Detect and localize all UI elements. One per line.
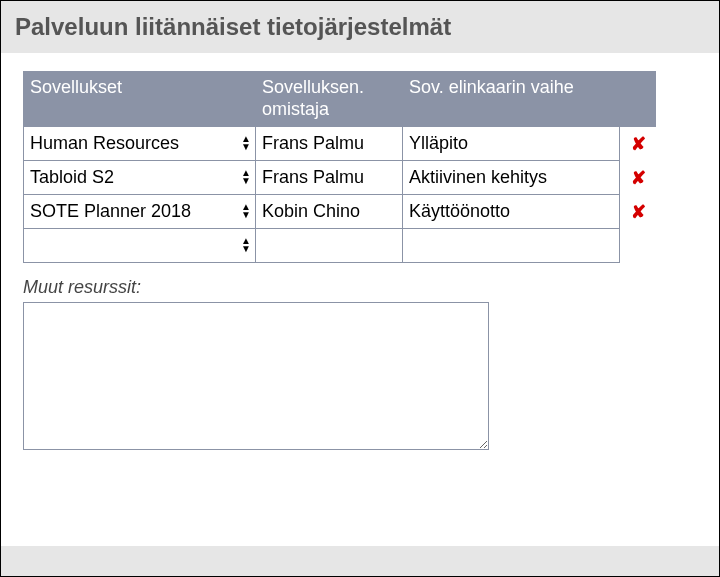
- window-frame: Palveluun liitännäiset tietojärjestelmät…: [0, 0, 720, 577]
- phase-cell-row-2: Käyttöönotto: [403, 195, 620, 229]
- content-area: Sovellukset Sovelluksen. omistaja Sov. e…: [1, 53, 719, 454]
- phase-cell-row-1: Aktiivinen kehitys: [403, 161, 620, 195]
- app-select-row-2[interactable]: SOTE Planner 2018 ▲▼: [24, 195, 256, 229]
- owner-cell-row-3: [256, 229, 403, 263]
- app-select-row-1[interactable]: Tabloid S2 ▲▼: [24, 161, 256, 195]
- delete-row-1[interactable]: ✘: [620, 161, 656, 195]
- delete-row-0[interactable]: ✘: [620, 127, 656, 161]
- dropdown-arrows-icon: ▲▼: [241, 238, 251, 254]
- dropdown-arrows-icon: ▲▼: [241, 204, 251, 220]
- owner-cell-row-1: Frans Palmu: [256, 161, 403, 195]
- delete-icon: ✘: [631, 167, 646, 189]
- app-select-row-3[interactable]: ▲▼: [24, 229, 256, 263]
- app-select-value: SOTE Planner 2018: [30, 201, 191, 222]
- footer-bar: [1, 546, 719, 576]
- other-resources-textarea[interactable]: [23, 302, 489, 450]
- delete-row-2[interactable]: ✘: [620, 195, 656, 229]
- col-header-apps: Sovellukset: [24, 71, 256, 127]
- app-select-row-0[interactable]: Human Resources ▲▼: [24, 127, 256, 161]
- col-header-phase: Sov. elinkaarin vaihe: [403, 71, 620, 127]
- systems-table: Sovellukset Sovelluksen. omistaja Sov. e…: [23, 71, 697, 263]
- col-header-actions: [620, 71, 656, 127]
- delete-icon: ✘: [631, 133, 646, 155]
- header-bar: Palveluun liitännäiset tietojärjestelmät: [1, 1, 719, 53]
- col-header-owner: Sovelluksen. omistaja: [256, 71, 403, 127]
- dropdown-arrows-icon: ▲▼: [241, 170, 251, 186]
- delete-icon: ✘: [631, 201, 646, 223]
- owner-cell-row-2: Kobin Chino: [256, 195, 403, 229]
- app-select-value: Human Resources: [30, 133, 179, 154]
- owner-cell-row-0: Frans Palmu: [256, 127, 403, 161]
- page-title: Palveluun liitännäiset tietojärjestelmät: [15, 13, 705, 41]
- delete-row-3-empty: [620, 229, 656, 263]
- app-select-value: Tabloid S2: [30, 167, 114, 188]
- other-resources-label: Muut resurssit:: [23, 277, 697, 298]
- dropdown-arrows-icon: ▲▼: [241, 136, 251, 152]
- phase-cell-row-3: [403, 229, 620, 263]
- phase-cell-row-0: Ylläpito: [403, 127, 620, 161]
